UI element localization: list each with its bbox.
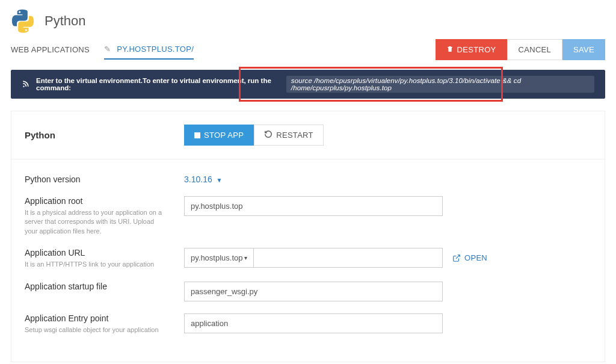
startup-file-input[interactable]	[184, 282, 443, 301]
pencil-icon: ✎	[104, 45, 111, 54]
restart-icon	[264, 130, 273, 140]
entry-point-label: Application Entry point	[25, 313, 184, 323]
restart-label: RESTART	[276, 131, 313, 140]
open-url-label: OPEN	[464, 253, 487, 262]
chevron-down-icon: ▾	[244, 254, 247, 261]
stop-app-label: STOP APP	[204, 131, 244, 140]
command-alert-bar: Enter to the virtual environment.To ente…	[11, 70, 605, 99]
external-link-icon	[452, 254, 461, 262]
destroy-label: DESTROY	[457, 45, 496, 54]
save-button[interactable]: SAVE	[562, 39, 605, 60]
python-version-label: Python version	[25, 174, 184, 184]
app-root-input[interactable]	[184, 196, 443, 216]
stop-app-button[interactable]: STOP APP	[184, 125, 254, 146]
app-root-label: Application root	[25, 196, 184, 206]
command-bar-prefix: Enter to the virtual environment.To ente…	[36, 77, 280, 91]
cancel-button[interactable]: CANCEL	[507, 39, 563, 60]
app-url-domain-dropdown[interactable]: py.hostplus.top ▾	[185, 248, 254, 267]
page-title: Python	[45, 13, 86, 29]
app-url-label: Application URL	[25, 248, 184, 258]
terminal-icon	[22, 79, 30, 90]
command-snippet[interactable]: source /home/cpusrplus/virtualenv/py.hos…	[286, 76, 594, 93]
app-settings-panel: Python STOP APP RESTART Python version 3…	[11, 111, 605, 362]
python-logo-icon	[11, 9, 35, 33]
destroy-button[interactable]: DESTROY	[436, 39, 507, 60]
panel-title: Python	[25, 130, 184, 140]
app-url-domain-value: py.hostplus.top	[191, 253, 242, 262]
app-root-hint: It is a physical address to your applica…	[25, 208, 163, 236]
entry-point-input[interactable]	[184, 313, 443, 333]
chevron-down-icon: ▼	[217, 177, 223, 184]
trash-icon	[446, 45, 454, 55]
nav-current-app-label: PY.HOSTPLUS.TOP/	[117, 45, 194, 54]
nav-current-app[interactable]: ✎ PY.HOSTPLUS.TOP/	[104, 40, 194, 60]
python-version-dropdown[interactable]: 3.10.16 ▼	[184, 174, 223, 184]
open-url-link[interactable]: OPEN	[452, 253, 487, 262]
restart-button[interactable]: RESTART	[254, 125, 324, 146]
app-url-hint: It is an HTTP/HTTPS link to your applica…	[25, 260, 163, 269]
startup-file-label: Application startup file	[25, 282, 184, 291]
stop-icon	[194, 132, 200, 138]
python-version-value: 3.10.16	[184, 174, 212, 184]
nav-web-applications[interactable]: WEB APPLICATIONS	[11, 40, 90, 59]
entry-point-hint: Setup wsgi callable object for your appl…	[25, 325, 163, 335]
